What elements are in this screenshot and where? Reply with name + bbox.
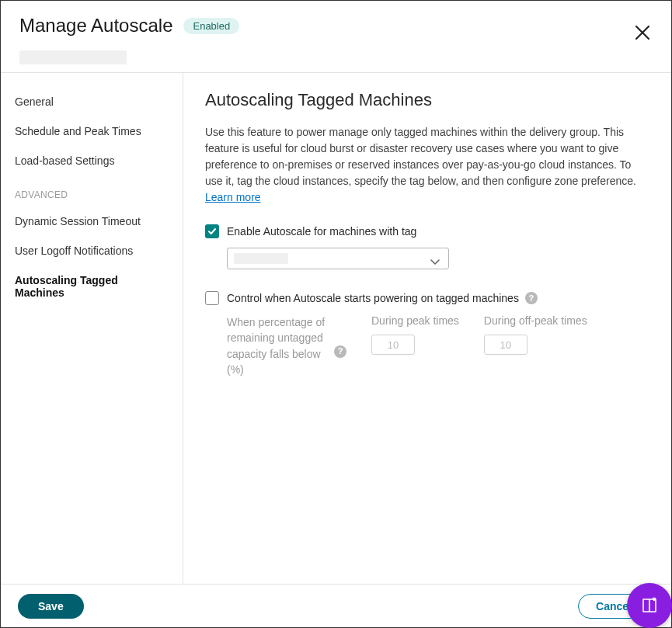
save-button[interactable]: Save xyxy=(18,594,84,619)
sidebar-item-dynamic-timeout[interactable]: Dynamic Session Timeout xyxy=(1,206,183,236)
status-badge: Enabled xyxy=(183,18,239,34)
autoscale-dialog: Manage Autoscale Enabled General Schedul… xyxy=(0,0,672,628)
sidebar-item-schedule[interactable]: Schedule and Peak Times xyxy=(1,116,183,146)
control-autoscale-row: Control when Autoscale starts powering o… xyxy=(205,291,643,305)
sidebar-group-advanced: ADVANCED xyxy=(1,175,183,206)
offpeak-threshold-input[interactable] xyxy=(484,335,528,355)
panel-description-text: Use this feature to power manage only ta… xyxy=(205,126,636,187)
dialog-footer: Save Cancel xyxy=(1,584,671,627)
chevron-down-icon xyxy=(430,255,440,269)
panel-description: Use this feature to power manage only ta… xyxy=(205,124,643,206)
help-icon[interactable]: ? xyxy=(334,345,346,358)
peak-label: During peak times xyxy=(371,314,459,327)
sidebar-item-autoscaling-tagged[interactable]: Autoscaling Tagged Machines xyxy=(1,265,183,307)
tag-select[interactable] xyxy=(227,248,449,269)
main-panel: Autoscaling Tagged Machines Use this fea… xyxy=(183,73,671,584)
offpeak-label: During off-peak times xyxy=(484,314,587,327)
close-icon[interactable] xyxy=(634,24,651,41)
tag-select-value-redacted xyxy=(234,253,288,264)
dialog-body: General Schedule and Peak Times Load-bas… xyxy=(1,73,671,584)
enable-autoscale-row: Enable Autoscale for machines with tag xyxy=(205,224,643,238)
learn-more-link[interactable]: Learn more xyxy=(205,191,261,203)
dialog-header: Manage Autoscale Enabled xyxy=(1,1,671,46)
control-autoscale-label: Control when Autoscale starts powering o… xyxy=(227,292,519,304)
enable-autoscale-checkbox[interactable] xyxy=(205,224,219,238)
help-fab[interactable] xyxy=(627,583,672,628)
threshold-block: When percentage of remaining untagged ca… xyxy=(227,314,643,377)
help-icon[interactable]: ? xyxy=(525,292,538,304)
sidebar-item-logoff-notifications[interactable]: User Logoff Notifications xyxy=(1,236,183,265)
threshold-row-label: When percentage of remaining untagged ca… xyxy=(227,314,346,377)
dialog-title: Manage Autoscale xyxy=(19,15,172,36)
control-autoscale-checkbox[interactable] xyxy=(205,291,219,305)
enable-autoscale-label: Enable Autoscale for machines with tag xyxy=(227,225,416,238)
peak-threshold-input[interactable] xyxy=(371,335,415,355)
subtitle-redacted xyxy=(19,50,127,64)
sidebar-item-general[interactable]: General xyxy=(1,87,183,116)
sidebar-item-load[interactable]: Load-based Settings xyxy=(1,146,183,175)
sidebar: General Schedule and Peak Times Load-bas… xyxy=(1,73,183,584)
panel-title: Autoscaling Tagged Machines xyxy=(205,90,643,110)
